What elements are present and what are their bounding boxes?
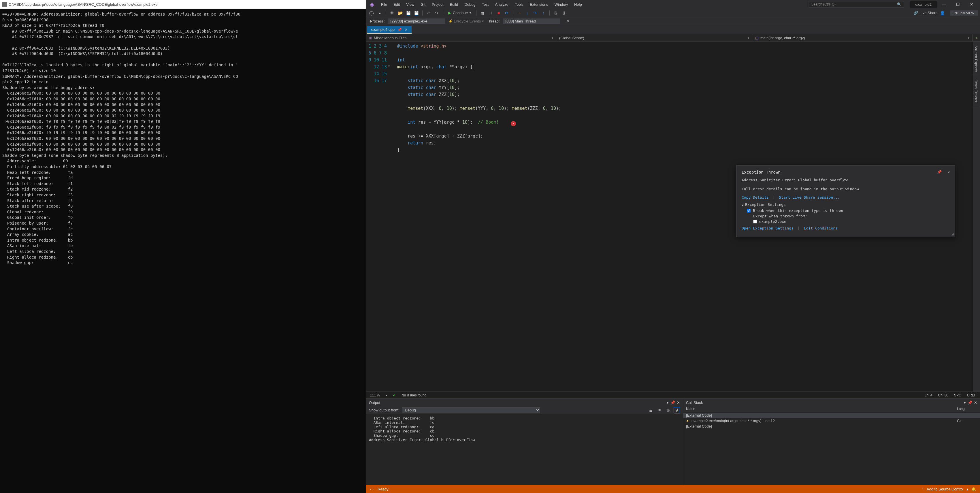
continue-button[interactable]: ▶ Continue ▾ [446, 11, 473, 15]
solution-name[interactable]: example2 [910, 1, 937, 8]
menu-window[interactable]: Window [552, 1, 571, 8]
menu-help[interactable]: Help [571, 1, 585, 8]
console-titlebar[interactable]: C:\MSDN\cpp-docs-pr\docs\c-language\ASAN… [0, 0, 366, 9]
live-share-button[interactable]: 🔗 Live Share [913, 11, 938, 15]
int-preview-badge[interactable]: INT PREVIEW [950, 10, 978, 16]
output-body[interactable]: Intra object redzone: bb ASan internal: … [366, 414, 683, 485]
menu-debug[interactable]: Debug [461, 1, 478, 8]
save-all-icon[interactable]: 💾 [413, 10, 419, 16]
chevron-up-icon[interactable]: ▴ [966, 487, 969, 491]
save-icon[interactable]: 💾 [405, 10, 411, 16]
output-toolbtn-1[interactable]: ≣ [648, 407, 654, 413]
col-indicator[interactable]: Ch: 30 [938, 393, 948, 397]
col-lang[interactable]: Lang [954, 406, 980, 412]
nav-function-label: main(int argc, char ** argv) [760, 36, 805, 40]
dbg-restart-icon[interactable]: ⟳ [504, 10, 510, 16]
edit-conditions-link[interactable]: Edit Conditions [804, 226, 838, 231]
navigation-bar: ⊞ Miscellaneous Files ▾ (Global Scope) ▾… [366, 34, 980, 41]
process-dropdown[interactable]: [29708] example2.exe [388, 19, 445, 24]
minimize-button[interactable]: — [937, 0, 951, 9]
break-checkbox[interactable] [747, 209, 751, 213]
status-icon: ▭ [370, 487, 374, 491]
except-item-checkbox[interactable] [753, 220, 757, 223]
callstack-row[interactable]: [External Code] [683, 413, 980, 418]
dbg-misc2-icon[interactable]: ⎙ [561, 10, 567, 16]
feedback-icon[interactable]: 👤 [939, 10, 946, 16]
forward-icon[interactable]: ▸ [376, 10, 383, 16]
dbg-windows-icon[interactable]: ▦ [479, 10, 486, 16]
nav-scope-dropdown[interactable]: (Global Scope) ▾ [556, 34, 752, 41]
callstack-row[interactable]: [External Code] [683, 423, 980, 429]
console-output[interactable]: ==29708==ERROR: AddressSanitizer: global… [0, 9, 366, 493]
fold-icon[interactable]: ⊟ [388, 64, 390, 69]
add-source-control[interactable]: Add to Source Control [927, 487, 964, 491]
menu-git[interactable]: Git [418, 1, 428, 8]
start-liveshare-link[interactable]: Start Live Share session... [779, 195, 840, 199]
pin-icon[interactable]: 📌 [670, 401, 675, 405]
step-out-icon[interactable]: ↑ [540, 10, 546, 16]
dropdown-icon[interactable]: ▾ [964, 401, 966, 405]
pin-icon[interactable]: 📌 [937, 170, 942, 174]
close-icon[interactable]: ✕ [974, 401, 977, 405]
menu-edit[interactable]: Edit [391, 1, 402, 8]
menu-build[interactable]: Build [447, 1, 461, 8]
dbg-stop-icon[interactable]: ■ [495, 10, 502, 16]
back-icon[interactable]: ◯ [368, 10, 375, 16]
line-indicator[interactable]: Ln: 4 [925, 393, 932, 397]
resize-grip-icon[interactable]: ◢ [951, 232, 954, 236]
copy-details-link[interactable]: Copy Details [741, 195, 769, 199]
collapse-icon[interactable]: ◢ [741, 203, 743, 206]
close-icon[interactable]: ✕ [677, 401, 680, 405]
zoom-chevron[interactable]: ▾ [386, 394, 387, 397]
callstack-row[interactable]: ➤example2.exe!main(int argc, char * * ar… [683, 418, 980, 423]
close-button[interactable]: ✕ [965, 0, 978, 9]
notifications-icon[interactable]: 🔔 [971, 487, 976, 491]
open-exception-settings-link[interactable]: Open Exception Settings [741, 226, 794, 231]
flag-icon[interactable]: ⚑ [566, 19, 570, 23]
pin-icon[interactable]: 📌 [967, 401, 972, 405]
thread-dropdown[interactable]: [888] Main Thread [503, 19, 560, 24]
col-name[interactable]: Name [683, 406, 954, 412]
open-icon[interactable]: 📂 [397, 10, 403, 16]
solution-explorer-tab[interactable]: Solution Explorer [973, 41, 979, 76]
menu-view[interactable]: View [403, 1, 417, 8]
zoom-level[interactable]: 111 % [370, 393, 380, 397]
indent-indicator[interactable]: SPC [954, 393, 961, 397]
menu-tools[interactable]: Tools [512, 1, 526, 8]
dbg-misc-icon[interactable]: ⎘ [552, 10, 559, 16]
step-into-icon[interactable]: ↓ [524, 10, 530, 16]
output-toolbtn-4[interactable]: ↲ [674, 407, 680, 413]
console-window: C:\MSDN\cpp-docs-pr\docs\c-language\ASAN… [0, 0, 366, 493]
menu-extensions[interactable]: Extensions [527, 1, 551, 8]
team-explorer-tab[interactable]: Team Explorer [973, 76, 979, 107]
show-output-label: Show output from: [369, 408, 399, 412]
error-glyph-icon[interactable]: ✕ [511, 121, 516, 126]
output-toolbtn-3[interactable]: ⎚ [665, 407, 671, 413]
step-over-icon[interactable]: ↷ [532, 10, 538, 16]
show-next-icon[interactable]: → [516, 10, 522, 16]
tab-close-icon[interactable]: ✕ [405, 28, 407, 32]
output-toolbtn-2[interactable]: ≡ [656, 407, 663, 413]
new-icon[interactable]: ✚ [389, 10, 395, 16]
menu-analyze[interactable]: Analyze [492, 1, 511, 8]
redo-icon[interactable]: ↷ [434, 10, 440, 16]
nav-function-dropdown[interactable]: ▢ main(int argc, char ** argv) ▾ [752, 34, 972, 41]
undo-icon[interactable]: ↶ [425, 10, 432, 16]
add-icon[interactable]: ＋ [972, 35, 980, 40]
global-search[interactable]: Search (Ctrl+Q) 🔍 [809, 1, 904, 8]
eol-indicator[interactable]: CRLF [967, 393, 976, 397]
console-title-text: C:\MSDN\cpp-docs-pr\docs\c-language\ASAN… [9, 2, 158, 6]
menu-file[interactable]: File [378, 1, 390, 8]
menu-test[interactable]: Test [479, 1, 492, 8]
nav-project-dropdown[interactable]: ⊞ Miscellaneous Files ▾ [366, 34, 556, 41]
issues-label[interactable]: No issues found [401, 393, 426, 397]
tab-example2[interactable]: example2.cpp 📌 ✕ [367, 26, 412, 34]
code-editor[interactable]: 1 2 3 4 5 6 7 8 9 10 11 12 13 14 15 16 1… [366, 41, 972, 391]
output-source-dropdown[interactable]: Debug [402, 407, 540, 413]
pin-icon[interactable]: 📌 [398, 28, 402, 32]
close-icon[interactable]: ✕ [947, 170, 950, 174]
dropdown-icon[interactable]: ▾ [667, 401, 669, 405]
maximize-button[interactable]: ☐ [951, 0, 964, 9]
dbg-breakall-icon[interactable]: ⏸ [487, 10, 494, 16]
menu-project[interactable]: Project [429, 1, 446, 8]
